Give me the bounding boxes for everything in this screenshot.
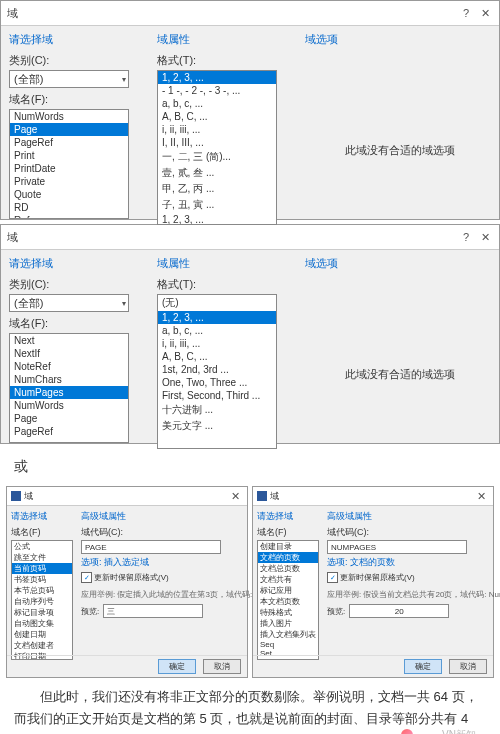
list-item[interactable]: NumChars — [10, 373, 128, 386]
list-item[interactable]: First, Second, Third ... — [158, 389, 276, 402]
list-item[interactable]: 本节总页码 — [12, 585, 72, 596]
list-item[interactable]: A, B, C, ... — [158, 350, 276, 363]
list-item[interactable]: Private — [10, 175, 128, 188]
format-list[interactable]: (无)1, 2, 3, ...a, b, c, ...i, ii, iii, .… — [157, 294, 277, 449]
fieldname-list[interactable]: NextNextIfNoteRefNumCharsNumPagesNumWord… — [9, 333, 129, 443]
fieldname-list[interactable]: 公式跳至文件当前页码书签页码本节总页码自动序列号标记目录项自动图文集创建日期文档… — [11, 540, 73, 660]
preview-label: 预览: — [327, 606, 345, 617]
list-item[interactable]: 插入图片 — [258, 618, 318, 629]
list-item[interactable]: 特殊格式 — [258, 607, 318, 618]
watermark: VN新知 — [401, 726, 476, 734]
checkbox-icon: ✓ — [81, 572, 92, 583]
list-item[interactable]: 美元文字 ... — [158, 418, 276, 434]
list-item[interactable]: a, b, c, ... — [158, 324, 276, 337]
dialog-title: 域 — [24, 490, 33, 503]
list-item[interactable]: RD — [10, 201, 128, 214]
checkbox-label: 更新时保留原格式(V) — [94, 572, 169, 583]
list-item[interactable]: 一, 二, 三 (简)... — [158, 149, 276, 165]
list-item[interactable]: i, ii, iii, ... — [158, 337, 276, 350]
no-options-msg: 此域没有合适的域选项 — [305, 53, 495, 158]
list-item[interactable]: Page — [10, 412, 128, 425]
list-item[interactable]: 1, 2, 3, ... — [158, 311, 276, 324]
list-item[interactable]: NextIf — [10, 347, 128, 360]
help-button[interactable]: ? — [458, 231, 474, 243]
close-button[interactable]: ✕ — [473, 490, 489, 503]
list-item[interactable]: (无) — [158, 295, 276, 311]
list-item[interactable]: NumWords — [10, 110, 128, 123]
list-item[interactable]: a, b, c, ... — [158, 97, 276, 110]
list-item[interactable]: 1, 2, 3, ... — [158, 213, 276, 225]
category-select[interactable]: (全部)▾ — [9, 294, 129, 312]
list-item[interactable]: NumWords — [10, 399, 128, 412]
field-options-header: 域选项 — [305, 256, 495, 271]
help-button[interactable]: ? — [458, 7, 474, 19]
body-paragraph: 但此时，我们还没有将非正文部分的页数剔除。举例说明，文档一共 64 页，而我们的… — [0, 678, 500, 734]
close-button[interactable]: ✕ — [477, 231, 493, 244]
fieldname-list[interactable]: NumWordsPagePageRefPrintPrintDatePrivate… — [9, 109, 129, 219]
list-item[interactable]: 壹, 贰, 叁 ... — [158, 165, 276, 181]
list-item[interactable]: PrintDate — [10, 162, 128, 175]
list-item[interactable]: 自动图文集 — [12, 618, 72, 629]
list-item[interactable]: 文档共有 — [258, 574, 318, 585]
example-desc: 应用举例: 假设当前文档总共有20页，域代码: NumPages — [327, 589, 500, 600]
list-item[interactable]: PageRef — [10, 136, 128, 149]
list-item[interactable]: 1, 2, 3, ... — [158, 71, 276, 84]
word-icon — [257, 491, 267, 501]
list-item[interactable]: 插入文档集列表 — [258, 629, 318, 640]
list-item[interactable]: 书签页码 — [12, 574, 72, 585]
list-item[interactable]: 自动序列号 — [12, 596, 72, 607]
ok-button[interactable]: 确定 — [158, 659, 196, 674]
select-field-header: 请选择域 — [257, 510, 319, 523]
list-item[interactable]: Quote — [10, 188, 128, 201]
advanced-props-header: 高级域属性 — [327, 510, 500, 523]
ok-button[interactable]: 确定 — [404, 659, 442, 674]
fieldcode-input[interactable]: PAGE — [81, 540, 221, 554]
format-label: 格式(T): — [157, 277, 293, 292]
category-label: 类别(C): — [9, 277, 145, 292]
list-item[interactable]: NumPages — [10, 386, 128, 399]
preview-label: 预览: — [81, 606, 99, 617]
list-item[interactable]: 创建目录 — [258, 541, 318, 552]
list-item[interactable]: 文档总页数 — [258, 563, 318, 574]
list-item[interactable]: 十六进制 ... — [158, 402, 276, 418]
list-item[interactable]: Next — [10, 334, 128, 347]
list-item[interactable]: 文档创建者 — [12, 640, 72, 651]
list-item[interactable]: 创建日期 — [12, 629, 72, 640]
list-item[interactable]: A, B, C, ... — [158, 110, 276, 123]
list-item[interactable]: NoteRef — [10, 360, 128, 373]
list-item[interactable]: Print — [10, 149, 128, 162]
cancel-button[interactable]: 取消 — [203, 659, 241, 674]
list-item[interactable]: I, II, III, ... — [158, 136, 276, 149]
list-item[interactable]: i, ii, iii, ... — [158, 123, 276, 136]
list-item[interactable]: 文档的页数 — [258, 552, 318, 563]
list-item[interactable]: 跳至文件 — [12, 552, 72, 563]
no-options-msg: 此域没有合适的域选项 — [305, 277, 495, 382]
chevron-down-icon: ▾ — [122, 299, 126, 308]
list-item[interactable]: Ref — [10, 214, 128, 219]
list-item[interactable]: 公式 — [12, 541, 72, 552]
close-button[interactable]: ✕ — [227, 490, 243, 503]
format-label: 格式(T): — [157, 53, 293, 68]
preserve-format-checkbox[interactable]: ✓ 更新时保留原格式(V) — [327, 572, 500, 583]
list-item[interactable]: 本文档页数 — [258, 596, 318, 607]
fieldname-list[interactable]: 创建目录文档的页数文档总页数文档共有标记应用本文档页数特殊格式插入图片插入文档集… — [257, 540, 319, 660]
close-button[interactable]: ✕ — [477, 7, 493, 20]
list-item[interactable]: Seq — [258, 640, 318, 649]
format-list[interactable]: 1, 2, 3, ...- 1 -, - 2 -, - 3 -, ...a, b… — [157, 70, 277, 225]
cancel-button[interactable]: 取消 — [449, 659, 487, 674]
list-item[interactable]: One, Two, Three ... — [158, 376, 276, 389]
fieldname-label: 域名(F) — [257, 526, 319, 539]
list-item[interactable]: 子, 丑, 寅 ... — [158, 197, 276, 213]
list-item[interactable]: 1st, 2nd, 3rd ... — [158, 363, 276, 376]
category-select[interactable]: (全部)▾ — [9, 70, 129, 88]
list-item[interactable]: 甲, 乙, 丙 ... — [158, 181, 276, 197]
list-item[interactable]: Page — [10, 123, 128, 136]
list-item[interactable]: 标记目录项 — [12, 607, 72, 618]
fieldcode-input[interactable]: NUMPAGES — [327, 540, 467, 554]
list-item[interactable]: 当前页码 — [12, 563, 72, 574]
list-item[interactable]: PageRef — [10, 425, 128, 438]
list-item[interactable]: - 1 -, - 2 -, - 3 -, ... — [158, 84, 276, 97]
field-dialog-1: 域 ? ✕ 请选择域 类别(C): (全部)▾ 域名(F): NumWordsP… — [0, 0, 500, 220]
titlebar: 域 ✕ — [7, 487, 247, 506]
list-item[interactable]: 标记应用 — [258, 585, 318, 596]
